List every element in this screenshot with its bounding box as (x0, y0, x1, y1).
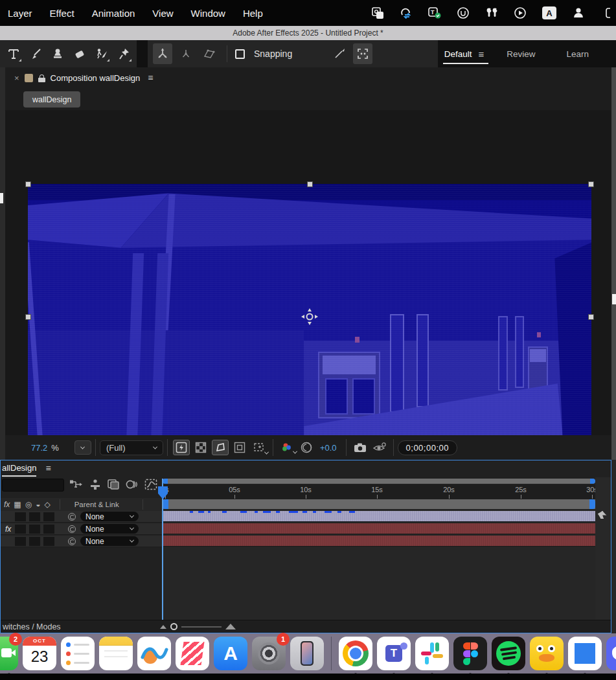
world-axis-mode-button[interactable] (176, 43, 196, 64)
menu-effect[interactable]: Effect (50, 8, 74, 19)
resolution-dropdown[interactable]: (Full) (100, 440, 163, 455)
parent-dropdown[interactable]: None (80, 536, 139, 546)
layer-row-1[interactable]: fx None (1, 511, 163, 523)
parent-link-header[interactable]: Parent & Link (74, 501, 119, 508)
workspace-tab-default[interactable]: Default (444, 47, 472, 62)
play-circle-icon[interactable] (514, 6, 527, 19)
dock-icon-vscode[interactable] (568, 637, 602, 670)
creative-cloud-sync-icon[interactable] (400, 6, 413, 19)
dock-icon-news[interactable] (176, 637, 209, 670)
screenshot-app-icon[interactable] (371, 6, 384, 19)
timeline-search-input[interactable] (2, 479, 64, 492)
user-icon[interactable] (572, 6, 585, 19)
snap-features-button[interactable] (353, 43, 372, 64)
workspace-tab-review[interactable]: Review (507, 47, 535, 62)
fx-column-icon[interactable]: fx (4, 500, 10, 509)
local-axis-mode-button[interactable] (153, 43, 172, 64)
comp-name-button[interactable]: wallDesign (23, 91, 80, 108)
dock-icon-figma[interactable] (453, 637, 487, 670)
dock-icon-reminders[interactable] (61, 637, 95, 670)
graph-editor-icon[interactable] (144, 479, 157, 490)
show-snapshot-eye-icon[interactable] (371, 440, 388, 455)
menu-help[interactable]: Help (243, 8, 263, 19)
type-tool-button[interactable] (4, 43, 23, 64)
composition-viewport[interactable] (5, 110, 611, 435)
selection-handle[interactable] (588, 314, 594, 320)
timeline-zoom-control[interactable] (160, 623, 236, 630)
dock-icon-slack[interactable] (415, 637, 449, 670)
timeline-ruler-zone[interactable]: 0s 05s 10s 15s 20s 25s 30s (163, 477, 595, 499)
clone-stamp-tool-button[interactable] (48, 43, 67, 64)
zoom-slider-track[interactable] (181, 626, 222, 628)
timeline-panel-menu-icon[interactable]: ≡ (45, 463, 51, 473)
zoom-out-icon[interactable] (160, 625, 166, 629)
exposure-reset-icon[interactable] (298, 440, 315, 455)
timeline-track-area[interactable] (163, 510, 595, 628)
layer-switch[interactable] (43, 512, 54, 521)
comp-panel-menu-icon[interactable]: ≡ (148, 73, 154, 83)
transparency-grid-button[interactable] (192, 440, 209, 455)
pickwhip-icon[interactable] (68, 538, 76, 545)
layer-switch[interactable] (15, 537, 26, 546)
selection-handle[interactable] (25, 181, 31, 187)
frame-blend-column-icon[interactable]: ▦ (14, 500, 21, 509)
dock-icon-calendar[interactable]: OCT 23 (23, 637, 56, 670)
airpods-icon[interactable] (485, 6, 498, 19)
fast-preview-button[interactable] (173, 440, 190, 455)
layer-switch[interactable] (15, 525, 26, 534)
view-axis-mode-button[interactable] (200, 43, 219, 64)
dock-icon-freeform[interactable] (137, 637, 171, 670)
layer-row-2[interactable]: fx None (1, 523, 163, 535)
motion-blur-column-icon[interactable]: ◎ (25, 500, 32, 509)
switches-modes-toggle[interactable]: witches / Modes (1, 622, 61, 631)
frame-blending-icon[interactable] (107, 479, 120, 490)
snapshot-camera-icon[interactable] (352, 440, 369, 455)
shy-layers-icon[interactable] (89, 479, 102, 490)
input-source-icon[interactable]: A (542, 6, 556, 19)
mask-visibility-button[interactable] (231, 440, 248, 455)
threed-column-icon[interactable]: ◇ (44, 500, 50, 509)
eraser-tool-button[interactable] (70, 43, 89, 64)
menu-layer[interactable]: Layer (8, 8, 32, 19)
channel-rgb-button[interactable] (279, 440, 295, 455)
timeline-scrollbar[interactable] (163, 479, 595, 484)
menu-window[interactable]: Window (191, 8, 225, 19)
layer-switch[interactable] (15, 512, 26, 521)
anchor-point-icon[interactable] (300, 307, 319, 326)
parent-dropdown[interactable]: None (80, 524, 139, 534)
layer-switch[interactable] (43, 525, 54, 534)
motion-blur-icon[interactable] (125, 479, 139, 490)
dock-icon-settings[interactable]: 1 (252, 637, 286, 670)
lock-icon[interactable] (38, 74, 45, 82)
workspace-tab-learn[interactable]: Learn (566, 47, 589, 62)
menu-view[interactable]: View (152, 8, 173, 19)
adjustment-column-icon[interactable]: ◒ (36, 500, 40, 509)
wacom-icon[interactable] (457, 6, 470, 19)
zoom-value[interactable]: 77.2 (31, 443, 47, 453)
crop-region-button[interactable] (251, 440, 268, 455)
control-partial-icon[interactable] (600, 6, 613, 19)
work-area-bar[interactable] (163, 499, 595, 509)
layer-row-3[interactable]: fx None (1, 536, 163, 547)
layer-bar-2[interactable] (163, 523, 595, 534)
selection-handle[interactable] (25, 314, 31, 320)
layer-switch[interactable] (29, 537, 40, 546)
dock-icon-notes[interactable] (99, 637, 133, 670)
layer-bar-3[interactable] (163, 536, 595, 547)
dock-icon-chrome[interactable] (339, 637, 372, 670)
roto-brush-tool-button[interactable] (92, 43, 111, 64)
dock-icon-spotify[interactable] (492, 637, 525, 670)
brush-tool-button[interactable] (26, 43, 45, 64)
timecode-display[interactable]: 0;00;00;00 (398, 440, 457, 455)
exposure-value[interactable]: +0.0 (320, 443, 337, 453)
selection-handle[interactable] (588, 181, 594, 187)
snap-along-edges-icon[interactable] (330, 43, 349, 64)
comp-mini-flowchart-icon[interactable] (69, 479, 84, 490)
region-of-interest-button[interactable] (212, 440, 229, 455)
timeline-tab-title[interactable]: allDesign (2, 463, 36, 477)
layer-switch[interactable] (29, 525, 40, 534)
fx-badge[interactable]: fx (1, 525, 15, 534)
dock-icon-iphone-mirroring[interactable] (290, 637, 324, 670)
layer-switch[interactable] (29, 512, 40, 521)
dock-icon-facetime[interactable]: 2 (0, 637, 18, 670)
